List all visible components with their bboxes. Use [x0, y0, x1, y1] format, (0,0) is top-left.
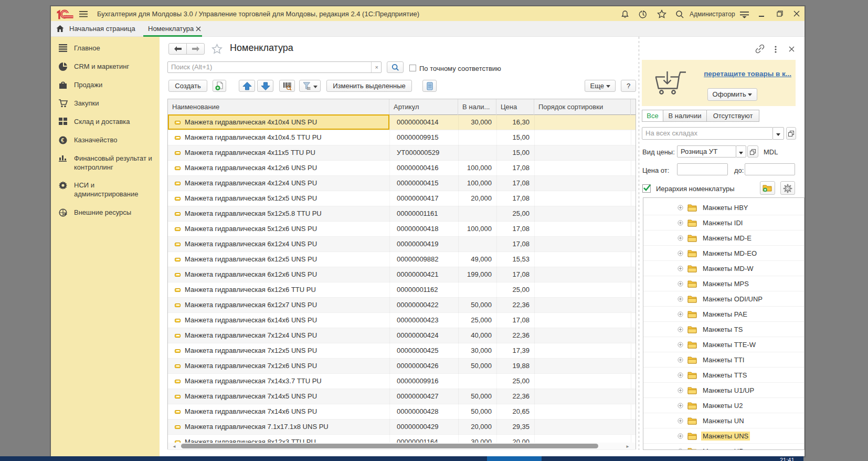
- svg-text:€: €: [61, 137, 64, 143]
